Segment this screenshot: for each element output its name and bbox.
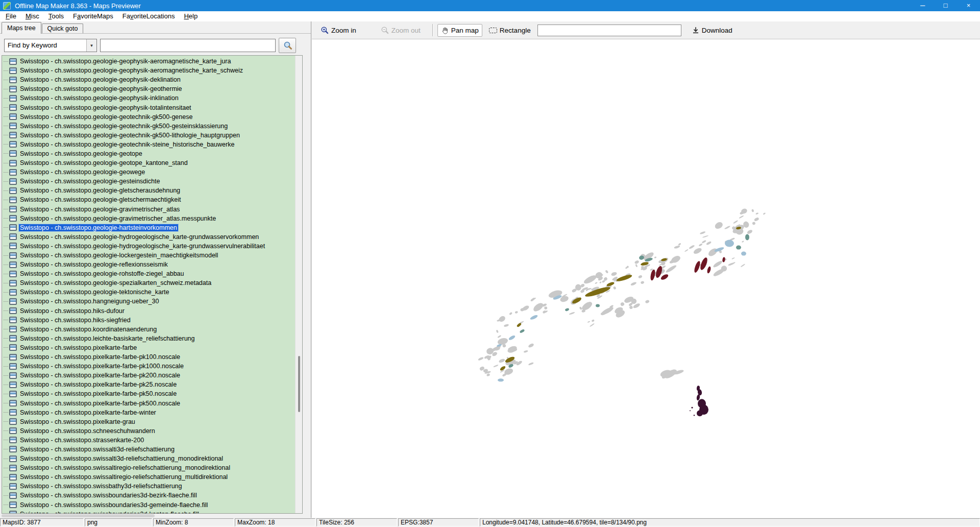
map-layer-item[interactable]: Swisstopo - ch.swisstopo.pixelkarte-farb… <box>2 352 295 362</box>
switzerland-geology-map <box>312 39 980 518</box>
menu-favoritelocations[interactable]: FavoriteLocations <box>118 11 180 21</box>
map-layer-item[interactable]: Swisstopo - ch.swisstopo.geologie-geophy… <box>2 93 295 103</box>
horizontal-scrollbar-thumb[interactable] <box>2 514 155 517</box>
map-layer-item[interactable]: Swisstopo - ch.swisstopo.geologie-hartst… <box>2 223 295 232</box>
chevron-down-icon[interactable]: ▼ <box>86 39 96 52</box>
map-layer-item[interactable]: Swisstopo - ch.swisstopo.hiks-dufour <box>2 306 295 316</box>
map-layer-item[interactable]: Swisstopo - ch.swisstopo.geologie-hydrog… <box>2 232 295 242</box>
coordinate-input[interactable] <box>537 25 681 36</box>
map-layer-item[interactable]: Swisstopo - ch.swisstopo.swissboundaries… <box>2 510 295 514</box>
map-layer-item[interactable]: Swisstopo - ch.swisstopo.geologie-geotec… <box>2 140 295 149</box>
map-layer-item[interactable]: Swisstopo - ch.swisstopo.geologie-gravim… <box>2 205 295 214</box>
map-layer-icon <box>9 271 17 277</box>
map-layer-item[interactable]: Swisstopo - ch.swisstopo.geologie-gletsc… <box>2 195 295 204</box>
right-panel: Zoom in Zoom out Pan map <box>312 21 980 518</box>
map-layer-item[interactable]: Swisstopo - ch.swisstopo.swissbathy3d-re… <box>2 482 295 491</box>
map-layer-item[interactable]: Swisstopo - ch.swisstopo.swissalti3d-rel… <box>2 445 295 454</box>
tree-connector <box>4 301 8 302</box>
pan-map-button[interactable]: Pan map <box>437 24 482 37</box>
map-layer-item[interactable]: Swisstopo - ch.swisstopo.geologie-geophy… <box>2 75 295 84</box>
download-button[interactable]: Download <box>689 24 736 37</box>
map-layer-item[interactable]: Swisstopo - ch.swisstopo.pixelkarte-farb… <box>2 389 295 398</box>
map-preview[interactable] <box>312 39 980 518</box>
map-layer-item[interactable]: Swisstopo - ch.swisstopo.swissaltiregio-… <box>2 472 295 482</box>
map-layer-label: Swisstopo - ch.swisstopo.pixelkarte-farb… <box>19 409 157 416</box>
search-button[interactable] <box>279 38 296 53</box>
map-layer-item[interactable]: Swisstopo - ch.swisstopo.pixelkarte-farb… <box>2 398 295 408</box>
map-layer-icon <box>9 252 17 259</box>
map-layer-icon <box>9 123 17 129</box>
map-layer-item[interactable]: Swisstopo - ch.swisstopo.pixelkarte-farb… <box>2 408 295 417</box>
map-layer-item[interactable]: Swisstopo - ch.swisstopo.geologie-geotec… <box>2 131 295 140</box>
map-layer-item[interactable]: Swisstopo - ch.swisstopo.pixelkarte-farb… <box>2 371 295 380</box>
zoom-out-button[interactable]: Zoom out <box>377 23 424 37</box>
map-layer-item[interactable]: Swisstopo - ch.swisstopo.geologie-geophy… <box>2 66 295 75</box>
map-layer-item[interactable]: Swisstopo - ch.swisstopo.schneeschuhwand… <box>2 426 295 436</box>
horizontal-scrollbar[interactable] <box>2 514 303 518</box>
vertical-scrollbar[interactable] <box>295 56 302 513</box>
map-layer-item[interactable]: Swisstopo - ch.swisstopo.hiks-siegfried <box>2 316 295 325</box>
zoom-in-button[interactable]: Zoom in <box>317 23 360 37</box>
menu-tools[interactable]: Tools <box>44 11 68 21</box>
tree-connector <box>4 366 8 367</box>
map-layer-icon <box>9 326 17 332</box>
map-layer-item[interactable]: Swisstopo - ch.swisstopo.geologie-geophy… <box>2 84 295 93</box>
map-layer-icon <box>9 58 17 65</box>
tab-maps-tree[interactable]: Maps tree <box>2 22 41 34</box>
map-layer-item[interactable]: Swisstopo - ch.swisstopo.hangneigung-ueb… <box>2 297 295 306</box>
map-layer-item[interactable]: Swisstopo - ch.swisstopo.strassenkarte-2… <box>2 436 295 445</box>
map-layer-label: Swisstopo - ch.swisstopo.geologie-gestei… <box>19 178 161 185</box>
map-layer-label: Swisstopo - ch.swisstopo.swissboundaries… <box>19 501 209 509</box>
map-layer-item[interactable]: Swisstopo - ch.swisstopo.pixelkarte-farb… <box>2 362 295 371</box>
map-layer-item[interactable]: Swisstopo - ch.swisstopo.swissalti3d-rel… <box>2 454 295 463</box>
map-layer-icon <box>9 150 17 157</box>
vertical-scrollbar-thumb[interactable] <box>298 356 300 412</box>
menu-file[interactable]: File <box>1 11 21 21</box>
menu-favoritemaps[interactable]: FavoriteMaps <box>68 11 118 21</box>
map-layer-icon <box>9 483 17 490</box>
map-layer-item[interactable]: Swisstopo - ch.swisstopo.geologie-spezia… <box>2 278 295 288</box>
map-layer-item[interactable]: Swisstopo - ch.swisstopo.koordinatenaend… <box>2 325 295 334</box>
menu-help[interactable]: Help <box>179 11 202 21</box>
map-layer-item[interactable]: Swisstopo - ch.swisstopo.geologie-geotop… <box>2 158 295 167</box>
map-layer-label: Swisstopo - ch.swisstopo.geologie-geophy… <box>19 58 232 65</box>
maximize-button[interactable]: □ <box>934 0 957 11</box>
map-layer-item[interactable]: Swisstopo - ch.swisstopo.geologie-geophy… <box>2 57 295 66</box>
map-layer-item[interactable]: Swisstopo - ch.swisstopo.geologie-geophy… <box>2 103 295 112</box>
map-layer-item[interactable]: Swisstopo - ch.swisstopo.geologie-geotop… <box>2 149 295 158</box>
tab-quick-goto[interactable]: Quick goto <box>42 23 84 33</box>
map-layer-item[interactable]: Swisstopo - ch.swisstopo.geologie-rohsto… <box>2 269 295 278</box>
map-layer-item[interactable]: Swisstopo - ch.swisstopo.pixelkarte-farb… <box>2 343 295 352</box>
map-layer-icon <box>9 160 17 166</box>
map-layer-item[interactable]: Swisstopo - ch.swisstopo.swissaltiregio-… <box>2 463 295 472</box>
map-layer-item[interactable]: Swisstopo - ch.swisstopo.pixelkarte-farb… <box>2 380 295 389</box>
tree-connector <box>4 126 8 126</box>
map-layer-icon <box>9 113 17 120</box>
search-input[interactable] <box>100 39 276 52</box>
map-layer-item[interactable]: Swisstopo - ch.swisstopo.pixelkarte-grau <box>2 417 295 426</box>
map-layer-item[interactable]: Swisstopo - ch.swisstopo.geologie-geoweg… <box>2 167 295 177</box>
map-layer-item[interactable]: Swisstopo - ch.swisstopo.geologie-geotec… <box>2 122 295 131</box>
map-layer-label: Swisstopo - ch.swisstopo.koordinatenaend… <box>19 326 158 333</box>
rectangle-button[interactable]: Rectangle <box>485 24 534 37</box>
map-layer-item[interactable]: Swisstopo - ch.swisstopo.geologie-gestei… <box>2 177 295 186</box>
map-layer-item[interactable]: Swisstopo - ch.swisstopo.geologie-locker… <box>2 251 295 260</box>
map-layer-item[interactable]: Swisstopo - ch.swisstopo.swissboundaries… <box>2 491 295 500</box>
map-layer-item[interactable]: Swisstopo - ch.swisstopo.geologie-reflex… <box>2 260 295 269</box>
map-layer-item[interactable]: Swisstopo - ch.swisstopo.swissboundaries… <box>2 500 295 510</box>
map-layer-icon <box>9 418 17 425</box>
map-layer-icon <box>9 400 17 406</box>
menu-misc[interactable]: Misc <box>21 11 44 21</box>
tree-connector <box>4 61 8 62</box>
map-layer-icon <box>9 501 17 508</box>
map-layer-item[interactable]: Swisstopo - ch.swisstopo.geologie-tekton… <box>2 288 295 297</box>
map-layer-item[interactable]: Swisstopo - ch.swisstopo.geologie-geotec… <box>2 112 295 122</box>
close-button[interactable]: × <box>957 0 980 11</box>
map-layer-item[interactable]: Swisstopo - ch.swisstopo.leichte-basiska… <box>2 334 295 343</box>
map-layer-item[interactable]: Swisstopo - ch.swisstopo.geologie-gravim… <box>2 214 295 223</box>
search-mode-select[interactable]: Find by Keyword ▼ <box>4 39 97 52</box>
map-layer-label: Swisstopo - ch.swisstopo.geologie-geotec… <box>19 123 229 130</box>
map-layer-item[interactable]: Swisstopo - ch.swisstopo.geologie-hydrog… <box>2 242 295 251</box>
minimize-button[interactable]: ─ <box>911 0 934 11</box>
map-layer-item[interactable]: Swisstopo - ch.swisstopo.geologie-gletsc… <box>2 186 295 195</box>
